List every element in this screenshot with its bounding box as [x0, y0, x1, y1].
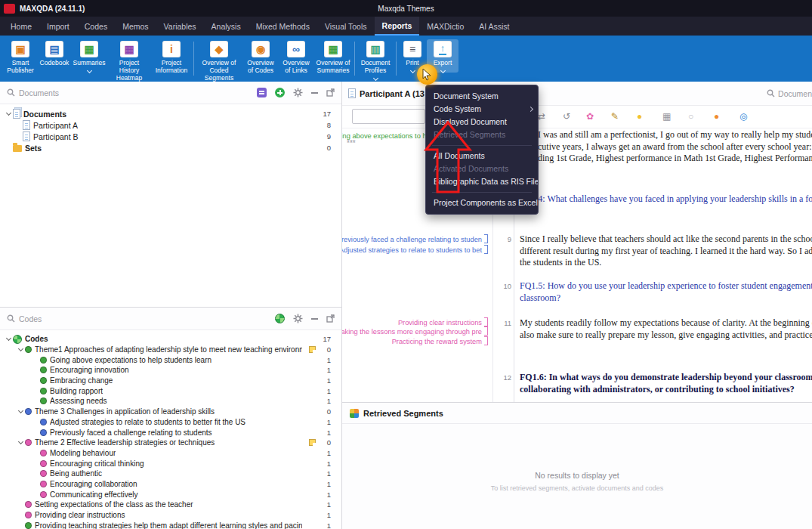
codebook-button[interactable]: ▤ Codebook: [38, 39, 71, 67]
document-paragraph[interactable]: I was and still am a perfectionist, I go…: [538, 129, 812, 165]
memo-icon[interactable]: [309, 439, 316, 446]
emoji-icon[interactable]: ●: [637, 111, 642, 122]
tree-item-code[interactable]: Embracing change 1: [0, 376, 341, 386]
recode-arrows-icon[interactable]: ⇄: [538, 111, 545, 122]
tree-item-code[interactable]: Modeling behaviour 1: [0, 448, 341, 459]
menu-item-document-system[interactable]: Document System: [426, 90, 538, 103]
ribbon-separator: [193, 42, 194, 76]
overview-coded-segments-button[interactable]: ◆ Overview of Coded Segments: [196, 39, 242, 82]
coding-stripe-label[interactable]: Providing clear instructions: [398, 317, 488, 326]
chevron-down-icon[interactable]: [17, 348, 25, 351]
document-browser-search[interactable]: Documen: [767, 89, 812, 98]
codes-search[interactable]: Codes: [7, 314, 42, 323]
tab-memos[interactable]: Memos: [115, 17, 156, 36]
tab-ai-assist[interactable]: AI Assist: [471, 17, 517, 36]
code-search-input[interactable]: [352, 109, 425, 124]
tree-item-participant-b[interactable]: Participant B 9: [0, 131, 341, 142]
document-paragraph[interactable]: Since I really believe that teachers sho…: [520, 234, 812, 269]
document-paragraph[interactable]: My students readily follow my expectatio…: [520, 317, 812, 341]
memo-icon[interactable]: [309, 346, 316, 353]
tree-item-participant-a[interactable]: Participant A 8: [0, 119, 341, 131]
tree-item-documents-root[interactable]: Documents 17: [0, 108, 341, 119]
tree-item-code[interactable]: Previously faced a challenge relating to…: [0, 427, 341, 438]
gear-icon[interactable]: [293, 314, 303, 323]
tab-analysis[interactable]: Analysis: [204, 17, 249, 36]
tab-reports[interactable]: Reports: [375, 17, 420, 36]
tree-item-code[interactable]: Building rapport 1: [0, 385, 341, 396]
tree-item-code[interactable]: Communicating effectively 1: [0, 489, 341, 500]
document-paragraph[interactable]: FQ1.5: How do you use your leadership ex…: [520, 280, 812, 304]
tab-home[interactable]: Home: [3, 17, 39, 36]
tree-item-code[interactable]: Theme1 Approaches of adapting leadership…: [0, 345, 341, 355]
undock-panel-icon[interactable]: [326, 88, 335, 97]
tree-item-code[interactable]: Setting expectations of the class as the…: [0, 500, 341, 510]
document-group-icon[interactable]: [257, 88, 267, 97]
menu-item-code-system[interactable]: Code System: [426, 103, 538, 116]
overview-codes-button[interactable]: ◉ Overview of Codes: [242, 39, 279, 75]
tree-item-code[interactable]: Going above expectations to help student…: [0, 354, 341, 365]
coding-stripe-label[interactable]: ..Adjusted strategies to relate to stude…: [342, 245, 488, 254]
tree-item-code[interactable]: Encouraging critical thinking 1: [0, 458, 341, 469]
tab-codes[interactable]: Codes: [77, 17, 115, 36]
collapse-panel-icon[interactable]: [311, 92, 318, 94]
overview-summaries-button[interactable]: ▦ Overview of Summaries: [313, 39, 353, 75]
image-icon[interactable]: ▦: [662, 111, 671, 122]
tree-item-sets[interactable]: Sets 0: [0, 142, 341, 153]
chevron-down-icon[interactable]: [5, 338, 13, 340]
smart-publisher-button[interactable]: ▣ Smart Publisher: [3, 39, 38, 75]
code-color-icon: [40, 481, 47, 487]
tree-item-code[interactable]: Assessing needs 1: [0, 396, 341, 407]
comment-icon[interactable]: ●: [714, 111, 719, 122]
panel-divider[interactable]: [341, 82, 342, 529]
collapse-panel-icon[interactable]: [311, 318, 318, 320]
cursor-icon: [422, 69, 432, 81]
tree-item-code[interactable]: Theme 3 Challenges in application of lea…: [0, 407, 341, 417]
project-information-button[interactable]: i Project Information: [151, 39, 192, 75]
tree-item-code[interactable]: Encouraging collaboration 1: [0, 479, 341, 490]
coding-stripe-label[interactable]: Practicing the reward system: [392, 336, 488, 345]
emoticode-flower-icon[interactable]: ✿: [586, 111, 594, 122]
tree-item-code[interactable]: Encouraging innovation 1: [0, 365, 341, 376]
menu-item-project-components-excel[interactable]: Project Components as Excel File: [426, 196, 538, 209]
document-profiles-button[interactable]: ▥ Document Profiles: [357, 39, 394, 80]
tree-item-codes-root[interactable]: Codes 17: [0, 334, 341, 345]
tab-maxdictio[interactable]: MAXDictio: [419, 17, 471, 36]
gear-icon[interactable]: [293, 88, 303, 97]
overview-links-button[interactable]: ∞ Overview of Links: [279, 39, 313, 75]
qtt-icon[interactable]: ◎: [739, 111, 747, 122]
blank-code-icon[interactable]: ○: [688, 111, 693, 122]
submenu-arrow-icon: [528, 107, 533, 112]
chevron-down-icon[interactable]: [17, 441, 25, 444]
tab-visual-tools[interactable]: Visual Tools: [317, 17, 375, 36]
project-history-heatmap-button[interactable]: ▦ Project History Heatmap: [107, 39, 151, 82]
undo-coding-icon[interactable]: ↺: [563, 111, 570, 122]
tab-variables[interactable]: Variables: [156, 17, 204, 36]
document-paragraph[interactable]: FQ1.4: What challenges have you faced in…: [520, 193, 812, 206]
documents-search[interactable]: Documents: [7, 88, 59, 97]
undock-panel-icon[interactable]: [326, 314, 335, 323]
item-count: 1: [327, 376, 331, 385]
coding-stripe-label[interactable]: ..Previously faced a challenge relating …: [342, 234, 488, 243]
item-count: 0: [327, 407, 331, 416]
highlighter-pen-icon[interactable]: ✎: [611, 111, 619, 122]
tab-import[interactable]: Import: [39, 17, 77, 36]
summaries-button[interactable]: ▦ Summaries: [71, 39, 107, 73]
tab-mixed-methods[interactable]: Mixed Methods: [249, 17, 317, 36]
new-code-icon[interactable]: [275, 314, 285, 323]
chevron-down-icon[interactable]: [5, 113, 13, 115]
code-tree: Codes 17 Theme1 Approaches of adapting l…: [0, 330, 341, 529]
chevron-down-icon[interactable]: [17, 410, 25, 413]
summaries-icon: ▦: [80, 41, 98, 57]
chevron-down-icon: [440, 68, 445, 73]
document-paragraph[interactable]: FQ1.6: In what ways do you demonstrate l…: [520, 372, 812, 395]
tree-item-code[interactable]: Adjusted strategies to relate to student…: [0, 417, 341, 428]
add-document-icon[interactable]: [275, 88, 285, 97]
tree-item-code[interactable]: Being authentic 1: [0, 469, 341, 479]
item-count: 1: [327, 511, 331, 519]
tree-item-code[interactable]: Providing clear instructions 1: [0, 510, 341, 521]
print-icon: ≡: [403, 41, 421, 57]
coding-stripe-more[interactable]: ***: [347, 139, 356, 147]
tree-item-code[interactable]: Theme 2 Effective leadership strategies …: [0, 438, 341, 448]
coding-stripe-label[interactable]: Making the lessons more engaging through…: [342, 326, 488, 336]
tree-item-code[interactable]: Providing teaching strategies help them …: [0, 520, 341, 529]
